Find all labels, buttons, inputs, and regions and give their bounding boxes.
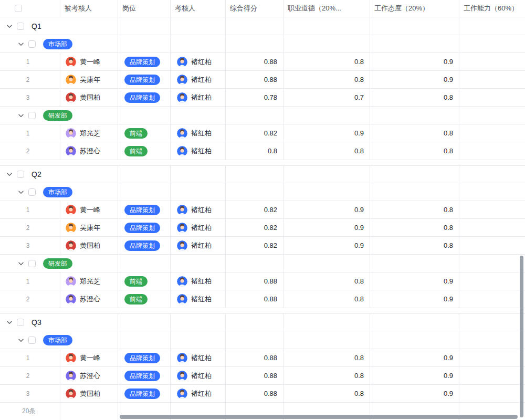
position-cell[interactable]: 前端 xyxy=(118,142,171,160)
ethics-cell[interactable]: 0.8 xyxy=(284,349,370,366)
person-cell[interactable]: 黄一峰 xyxy=(60,53,118,70)
collapse-chevron-icon[interactable] xyxy=(5,22,14,30)
score-cell[interactable]: 0.82 xyxy=(226,201,284,218)
score-cell[interactable]: 0.82 xyxy=(226,124,284,142)
position-cell[interactable]: 品牌策划 xyxy=(118,219,171,236)
score-cell[interactable]: 0.78 xyxy=(226,89,284,106)
evaluator-cell[interactable]: 褚红柏 xyxy=(171,142,226,160)
column-header-person[interactable]: 被考核人 xyxy=(60,0,118,17)
person-cell[interactable]: 黄国柏 xyxy=(60,237,118,254)
column-header-ethics[interactable]: 职业道德（20%... xyxy=(284,0,370,17)
attitude-cell[interactable]: 0.8 xyxy=(370,237,459,254)
select-all-checkbox[interactable] xyxy=(15,5,22,12)
group-checkbox[interactable] xyxy=(28,337,36,344)
ethics-cell[interactable]: 0.9 xyxy=(284,201,370,218)
attitude-cell[interactable]: 0.8 xyxy=(370,142,459,160)
person-cell[interactable]: 吴康年 xyxy=(60,71,118,88)
person-cell[interactable]: 苏澄心 xyxy=(60,142,118,160)
ethics-cell[interactable]: 0.9 xyxy=(284,237,370,254)
attitude-cell[interactable]: 0.9 xyxy=(370,272,459,290)
ability-cell[interactable] xyxy=(459,385,525,402)
person-cell[interactable]: 苏澄心 xyxy=(60,367,118,384)
position-cell[interactable]: 前端 xyxy=(118,272,171,290)
evaluator-cell[interactable]: 褚红柏 xyxy=(171,89,226,106)
column-header-ability[interactable]: 工作能力（60%） xyxy=(459,0,525,17)
position-cell[interactable]: 品牌策划 xyxy=(118,385,171,402)
attitude-cell[interactable]: 0.8 xyxy=(370,124,459,142)
score-cell[interactable]: 0.88 xyxy=(226,385,284,402)
attitude-cell[interactable]: 0.9 xyxy=(370,53,459,70)
person-cell[interactable]: 苏澄心 xyxy=(60,290,118,308)
ethics-cell[interactable]: 0.8 xyxy=(284,367,370,384)
group-checkbox[interactable] xyxy=(28,260,36,267)
ability-cell[interactable] xyxy=(459,53,525,70)
collapse-chevron-icon[interactable] xyxy=(17,188,25,196)
position-cell[interactable]: 品牌策划 xyxy=(118,89,171,106)
score-cell[interactable]: 0.88 xyxy=(226,290,284,308)
person-cell[interactable]: 黄一峰 xyxy=(60,349,118,366)
collapse-chevron-icon[interactable] xyxy=(17,336,25,344)
evaluator-cell[interactable]: 褚红柏 xyxy=(171,124,226,142)
score-cell[interactable]: 0.82 xyxy=(226,237,284,254)
ability-cell[interactable] xyxy=(459,349,525,366)
ability-cell[interactable] xyxy=(459,237,525,254)
attitude-cell[interactable]: 0.8 xyxy=(370,219,459,236)
attitude-cell[interactable]: 0.9 xyxy=(370,385,459,402)
ethics-cell[interactable]: 0.8 xyxy=(284,142,370,160)
horizontal-scrollbar-thumb[interactable] xyxy=(120,415,518,419)
score-cell[interactable]: 0.88 xyxy=(226,272,284,290)
evaluator-cell[interactable]: 褚红柏 xyxy=(171,219,226,236)
score-cell[interactable]: 0.88 xyxy=(226,71,284,88)
column-header-score[interactable]: 综合得分 xyxy=(226,0,284,17)
score-cell[interactable]: 0.88 xyxy=(226,349,284,366)
collapse-chevron-icon[interactable] xyxy=(17,259,25,268)
group-checkbox[interactable] xyxy=(28,112,36,119)
position-cell[interactable]: 品牌策划 xyxy=(118,237,171,254)
ethics-cell[interactable]: 0.7 xyxy=(284,89,370,106)
position-cell[interactable]: 品牌策划 xyxy=(118,201,171,218)
ability-cell[interactable] xyxy=(459,142,525,160)
ability-cell[interactable] xyxy=(459,290,525,308)
evaluator-cell[interactable]: 褚红柏 xyxy=(171,349,226,366)
collapse-chevron-icon[interactable] xyxy=(17,40,25,48)
position-cell[interactable]: 前端 xyxy=(118,124,171,142)
position-cell[interactable]: 前端 xyxy=(118,290,171,308)
ability-cell[interactable] xyxy=(459,71,525,88)
evaluator-cell[interactable]: 褚红柏 xyxy=(171,71,226,88)
group-checkbox[interactable] xyxy=(17,171,24,178)
group-checkbox[interactable] xyxy=(28,40,36,48)
column-header-position[interactable]: 岗位 xyxy=(118,0,171,17)
collapse-chevron-icon[interactable] xyxy=(5,318,14,327)
evaluator-cell[interactable]: 褚红柏 xyxy=(171,272,226,290)
ability-cell[interactable] xyxy=(459,124,525,142)
ability-cell[interactable] xyxy=(459,201,525,218)
group-checkbox[interactable] xyxy=(28,188,36,196)
evaluator-cell[interactable]: 褚红柏 xyxy=(171,367,226,384)
group-checkbox[interactable] xyxy=(17,319,24,326)
column-header-attitude[interactable]: 工作态度（20%） xyxy=(370,0,459,17)
person-cell[interactable]: 郑光芝 xyxy=(60,272,118,290)
ability-cell[interactable] xyxy=(459,272,525,290)
position-cell[interactable]: 品牌策划 xyxy=(118,367,171,384)
ethics-cell[interactable]: 0.9 xyxy=(284,219,370,236)
attitude-cell[interactable]: 0.9 xyxy=(370,349,459,366)
evaluator-cell[interactable]: 褚红柏 xyxy=(171,201,226,218)
score-cell[interactable]: 0.8 xyxy=(226,142,284,160)
ability-cell[interactable] xyxy=(459,219,525,236)
ethics-cell[interactable]: 0.8 xyxy=(284,53,370,70)
evaluator-cell[interactable]: 褚红柏 xyxy=(171,53,226,70)
position-cell[interactable]: 品牌策划 xyxy=(118,71,171,88)
attitude-cell[interactable]: 0.8 xyxy=(370,201,459,218)
ability-cell[interactable] xyxy=(459,89,525,106)
evaluator-cell[interactable]: 褚红柏 xyxy=(171,237,226,254)
person-cell[interactable]: 吴康年 xyxy=(60,219,118,236)
person-cell[interactable]: 黄一峰 xyxy=(60,201,118,218)
column-header-evaluator[interactable]: 考核人 xyxy=(171,0,226,17)
ethics-cell[interactable]: 0.9 xyxy=(284,124,370,142)
evaluator-cell[interactable]: 褚红柏 xyxy=(171,385,226,402)
position-cell[interactable]: 品牌策划 xyxy=(118,349,171,366)
collapse-chevron-icon[interactable] xyxy=(17,111,25,120)
ability-cell[interactable] xyxy=(459,367,525,384)
person-cell[interactable]: 黄国柏 xyxy=(60,89,118,106)
evaluator-cell[interactable]: 褚红柏 xyxy=(171,290,226,308)
